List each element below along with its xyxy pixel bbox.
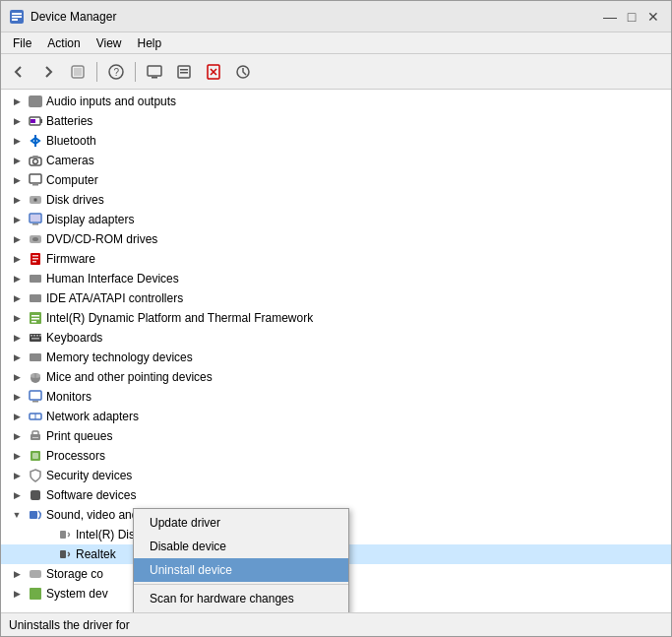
icon-bluetooth [28, 133, 43, 149]
expander-audio[interactable]: ▶ [9, 94, 25, 109]
up-button[interactable] [64, 58, 92, 86]
expander-dvd[interactable]: ▶ [9, 231, 25, 247]
expander-batteries[interactable]: ▶ [9, 113, 25, 129]
menu-file[interactable]: File [5, 34, 39, 52]
tree-item-intel[interactable]: ▶ Intel(R) Dynamic Platform and Thermal … [1, 308, 671, 328]
expander-intel[interactable]: ▶ [9, 310, 25, 326]
svg-rect-22 [32, 156, 38, 159]
expander-keyboards[interactable]: ▶ [9, 330, 25, 346]
label-software: Software devices [46, 488, 136, 502]
tree-item-bluetooth[interactable]: ▶ Bluetooth [1, 131, 671, 151]
icon-software [28, 487, 43, 503]
svg-rect-9 [152, 77, 157, 79]
expander-hid[interactable]: ▶ [9, 271, 25, 287]
svg-rect-54 [30, 391, 41, 400]
tree-item-memory[interactable]: ▶ Memory technology devices [1, 348, 671, 367]
expander-bluetooth[interactable]: ▶ [9, 133, 25, 149]
svg-rect-63 [31, 490, 40, 500]
expander-system[interactable]: ▶ [9, 586, 25, 602]
tree-item-hid[interactable]: ▶ Human Interface Devices [1, 269, 671, 288]
expander-computer[interactable]: ▶ [9, 172, 25, 188]
svg-point-21 [33, 159, 38, 164]
expander-cameras[interactable]: ▶ [9, 153, 25, 168]
icon-memory [28, 350, 43, 365]
svg-rect-43 [31, 321, 36, 323]
tree-item-software[interactable]: ▶ Software devices [1, 485, 671, 505]
icon-firmware [28, 251, 43, 267]
tree-item-dvd[interactable]: ▶ DVD/CD-ROM drives [1, 229, 671, 249]
svg-rect-30 [31, 215, 40, 222]
ctx-scan-hardware[interactable]: Scan for hardware changes [134, 587, 348, 610]
svg-rect-2 [12, 16, 22, 18]
ctx-separator-1 [134, 584, 348, 585]
expander-ide[interactable]: ▶ [9, 290, 25, 306]
expander-software[interactable]: ▶ [9, 487, 25, 503]
expander-display[interactable]: ▶ [9, 212, 25, 227]
svg-rect-50 [30, 353, 41, 361]
svg-rect-67 [30, 570, 41, 578]
expander-disk[interactable]: ▶ [9, 192, 25, 208]
help-button[interactable]: ? [102, 58, 130, 86]
tree-item-display[interactable]: ▶ Display adapters [1, 210, 671, 229]
window-title: Device Manager [31, 10, 600, 24]
scan-button[interactable] [229, 58, 257, 86]
expander-processors[interactable]: ▶ [9, 448, 25, 464]
toolbar-separator-2 [135, 62, 136, 82]
computer-button[interactable] [141, 58, 168, 86]
app-icon [9, 9, 25, 25]
icon-intel [28, 310, 43, 326]
menu-action[interactable]: Action [39, 34, 88, 52]
svg-rect-48 [39, 335, 41, 337]
tree-item-cameras[interactable]: ▶ Cameras [1, 151, 671, 170]
maximize-button[interactable]: □ [622, 7, 641, 27]
tree-item-mice[interactable]: ▶ Mice and other pointing devices [1, 367, 671, 387]
svg-rect-23 [30, 174, 41, 183]
expander-security[interactable]: ▶ [9, 468, 25, 483]
label-batteries: Batteries [46, 114, 92, 128]
ctx-update-driver[interactable]: Update driver [134, 511, 348, 535]
expander-firmware[interactable]: ▶ [9, 251, 25, 267]
close-button[interactable]: ✕ [643, 7, 663, 27]
tree-item-audio[interactable]: ▶ Audio inputs and outputs [1, 92, 671, 111]
menu-help[interactable]: Help [130, 34, 170, 52]
expander-storage[interactable]: ▶ [9, 566, 25, 582]
tree-item-network[interactable]: ▶ Network adapters [1, 407, 671, 426]
forward-button[interactable] [34, 58, 62, 86]
icon-hid [28, 271, 43, 287]
tree-item-computer[interactable]: ▶ Computer [1, 170, 671, 190]
expander-memory[interactable]: ▶ [9, 350, 25, 365]
label-mice: Mice and other pointing devices [46, 370, 213, 384]
expander-network[interactable]: ▶ [9, 409, 25, 424]
svg-rect-8 [148, 66, 161, 76]
tree-item-batteries[interactable]: ▶ Batteries [1, 111, 671, 131]
ctx-disable-device[interactable]: Disable device [134, 535, 348, 558]
tree-item-security[interactable]: ▶ Security devices [1, 466, 671, 485]
minimize-button[interactable]: — [600, 7, 620, 27]
label-audio: Audio inputs and outputs [46, 95, 176, 108]
tree-item-monitors[interactable]: ▶ Monitors [1, 387, 671, 407]
expander-monitors[interactable]: ▶ [9, 389, 25, 405]
icon-disk [28, 192, 43, 208]
context-menu: Update driver Disable device Uninstall d… [133, 508, 349, 612]
svg-rect-66 [60, 550, 66, 558]
label-bluetooth: Bluetooth [46, 134, 96, 148]
svg-rect-1 [12, 13, 22, 15]
svg-rect-59 [32, 431, 38, 435]
title-bar: Device Manager — □ ✕ [1, 1, 671, 32]
label-processors: Processors [46, 449, 105, 463]
back-button[interactable] [5, 58, 32, 86]
tree-item-keyboards[interactable]: ▶ Keyboards [1, 328, 671, 348]
tree-item-print[interactable]: ▶ Print queues [1, 426, 671, 446]
menu-view[interactable]: View [89, 34, 130, 52]
tree-item-disk[interactable]: ▶ Disk drives [1, 190, 671, 210]
device-manager-window: Device Manager — □ ✕ File Action View He… [0, 0, 672, 637]
tree-item-firmware[interactable]: ▶ Firmware [1, 249, 671, 269]
tree-item-processors[interactable]: ▶ Processors [1, 446, 671, 466]
ctx-uninstall-device[interactable]: Uninstall device [134, 558, 348, 582]
delete-button[interactable] [200, 58, 227, 86]
tree-item-ide[interactable]: ▶ IDE ATA/ATAPI controllers [1, 288, 671, 308]
expander-print[interactable]: ▶ [9, 428, 25, 444]
expander-sound[interactable]: ▼ [9, 507, 25, 523]
properties-button[interactable] [170, 58, 198, 86]
expander-mice[interactable]: ▶ [9, 369, 25, 385]
